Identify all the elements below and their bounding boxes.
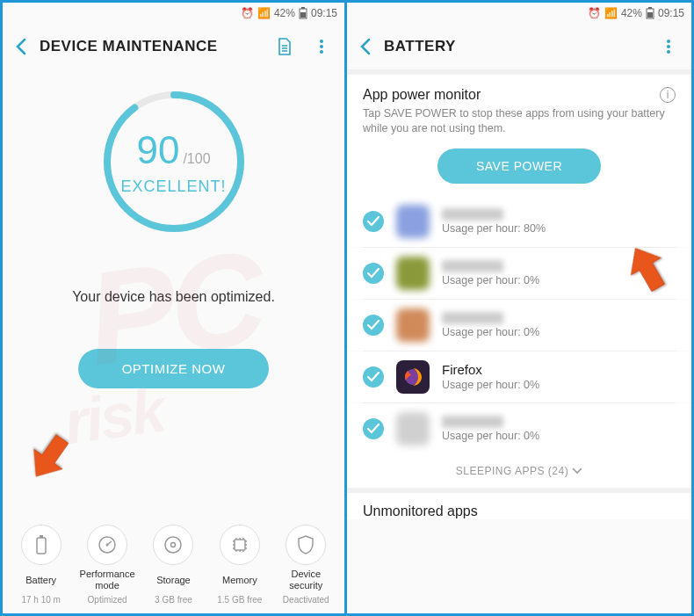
- tile-label: Storage: [156, 569, 191, 591]
- bottom-tile-row: Battery 17 h 10 m Performance mode Optim…: [3, 525, 344, 605]
- app-name: [442, 260, 503, 272]
- app-info: Usage per hour: 80%: [442, 208, 676, 235]
- back-button[interactable]: [356, 37, 375, 56]
- app-row[interactable]: Usage per hour: 0%: [347, 300, 691, 351]
- checkbox-checked-icon[interactable]: [363, 263, 384, 284]
- tile-storage[interactable]: Storage 3 GB free: [143, 525, 203, 605]
- clock-time: 09:15: [658, 7, 684, 19]
- storage-icon: [153, 525, 193, 565]
- svg-rect-2: [300, 12, 306, 18]
- gauge-icon: [87, 525, 127, 565]
- more-menu-icon[interactable]: [307, 33, 336, 61]
- page-title: BATTERY: [384, 38, 646, 55]
- svg-rect-16: [648, 7, 652, 9]
- svg-rect-17: [647, 12, 653, 18]
- page-title: DEVICE MAINTENANCE: [40, 38, 262, 55]
- section-title: App power monitor: [363, 87, 676, 103]
- tile-sub: 17 h 10 m: [21, 595, 60, 605]
- tile-performance[interactable]: Performance mode Optimized: [77, 525, 137, 605]
- appbar: BATTERY: [347, 24, 691, 69]
- app-info: FirefoxUsage per hour: 0%: [442, 362, 676, 391]
- battery-pct: 42%: [274, 7, 295, 19]
- app-name: [442, 208, 503, 221]
- app-row[interactable]: Usage per hour: 0%: [347, 248, 691, 299]
- section-subtitle: Tap SAVE POWER to stop these apps from u…: [363, 106, 676, 136]
- svg-point-12: [165, 537, 181, 553]
- memory-chip-icon: [220, 525, 260, 565]
- app-list[interactable]: Usage per hour: 80%Usage per hour: 0%Usa…: [347, 196, 691, 454]
- svg-rect-9: [40, 535, 43, 538]
- tile-sub: Deactivated: [283, 595, 329, 605]
- app-info: Usage per hour: 0%: [442, 312, 676, 338]
- document-icon[interactable]: [271, 33, 299, 61]
- app-power-monitor-section: i App power monitor Tap SAVE POWER to st…: [347, 75, 691, 196]
- alarm-icon: ⏰: [241, 7, 254, 19]
- score-panel: 90 /100 EXCELLENT!: [3, 69, 344, 236]
- app-name: [442, 416, 503, 428]
- svg-point-20: [667, 50, 670, 54]
- alarm-icon: ⏰: [588, 7, 601, 19]
- battery-icon: [21, 525, 61, 565]
- tile-label: Performance mode: [77, 569, 137, 591]
- sleeping-apps-toggle[interactable]: SLEEPING APPS (24): [347, 454, 691, 488]
- svg-point-4: [320, 45, 323, 48]
- battery-pct: 42%: [621, 7, 642, 19]
- battery-icon: [299, 7, 307, 19]
- back-button[interactable]: [11, 37, 31, 56]
- signal-icon: 📶: [604, 7, 618, 19]
- checkbox-checked-icon[interactable]: [363, 418, 384, 439]
- checkbox-checked-icon[interactable]: [363, 315, 384, 336]
- app-icon: [396, 205, 430, 238]
- tile-battery[interactable]: Battery 17 h 10 m: [11, 525, 71, 605]
- app-usage: Usage per hour: 0%: [442, 274, 676, 286]
- status-bar: ⏰ 📶 42% 09:15: [347, 3, 691, 24]
- app-name: Firefox: [442, 362, 676, 377]
- app-usage: Usage per hour: 0%: [442, 430, 676, 442]
- svg-point-13: [171, 543, 176, 547]
- annotation-arrow-icon: [20, 424, 82, 486]
- svg-point-3: [320, 40, 323, 43]
- app-usage: Usage per hour: 80%: [442, 222, 676, 235]
- sleeping-label: SLEEPING APPS (24): [456, 465, 568, 477]
- tile-security[interactable]: Device security Deactivated: [276, 525, 336, 605]
- checkbox-checked-icon[interactable]: [363, 211, 384, 232]
- phone-battery: ⏰ 📶 42% 09:15 BATTERY i App power monito…: [347, 3, 691, 613]
- more-menu-icon[interactable]: [654, 33, 683, 61]
- app-icon: [396, 257, 430, 290]
- info-icon[interactable]: i: [660, 87, 676, 103]
- tile-sub: 3 GB free: [155, 595, 192, 605]
- svg-rect-8: [37, 538, 46, 554]
- checkbox-checked-icon[interactable]: [363, 366, 384, 388]
- tile-label: Device security: [276, 569, 336, 591]
- app-row[interactable]: Usage per hour: 0%: [347, 403, 691, 454]
- optimized-message: Your device has been optimized.: [3, 289, 344, 305]
- optimize-now-button[interactable]: OPTIMIZE NOW: [78, 349, 270, 388]
- battery-icon: [646, 7, 654, 19]
- unmonitored-apps-title: Unmonitored apps: [347, 488, 691, 519]
- svg-point-19: [667, 45, 670, 48]
- tile-memory[interactable]: Memory 1.5 GB free: [210, 525, 270, 605]
- clock-time: 09:15: [311, 7, 337, 19]
- score-value: 90: [136, 128, 179, 172]
- tile-label: Battery: [25, 569, 56, 591]
- app-name: [442, 312, 503, 324]
- signal-icon: 📶: [257, 7, 271, 19]
- score-ring: 90 /100 EXCELLENT!: [99, 87, 249, 236]
- chevron-down-icon: [572, 465, 582, 477]
- app-usage: Usage per hour: 0%: [442, 379, 676, 391]
- app-icon: [396, 360, 430, 394]
- score-max: /100: [183, 151, 210, 167]
- phone-device-maintenance: ⏰ 📶 42% 09:15 DEVICE MAINTENANCE: [3, 3, 347, 613]
- svg-rect-14: [235, 540, 245, 550]
- app-row[interactable]: FirefoxUsage per hour: 0%: [347, 351, 691, 402]
- shield-icon: [286, 525, 326, 565]
- save-power-button[interactable]: SAVE POWER: [437, 149, 601, 184]
- svg-rect-1: [301, 7, 305, 9]
- status-bar: ⏰ 📶 42% 09:15: [3, 3, 344, 24]
- app-row[interactable]: Usage per hour: 80%: [347, 196, 691, 247]
- score-label: EXCELLENT!: [120, 178, 226, 196]
- tile-sub: 1.5 GB free: [217, 595, 262, 605]
- svg-point-11: [106, 544, 109, 547]
- app-usage: Usage per hour: 0%: [442, 326, 676, 338]
- svg-point-18: [667, 40, 670, 43]
